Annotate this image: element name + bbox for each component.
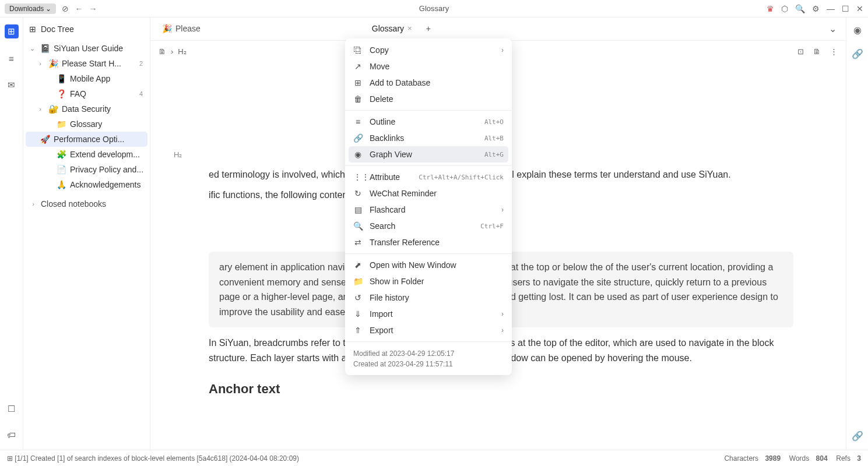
menu-icon: 🗑 [353, 94, 363, 104]
doc-icon[interactable]: 🗎 [159, 47, 166, 56]
menu-item-move[interactable]: ↗Move [345, 58, 512, 75]
menu-label: Flashcard [370, 205, 494, 214]
chevron-down-icon[interactable]: ⌄ [28, 45, 36, 52]
extension-icon[interactable]: ⬡ [781, 4, 788, 13]
menu-icon: ⋮⋮ [353, 172, 363, 182]
tree-item-icon: 🔐 [48, 104, 58, 114]
chevron-right-icon[interactable]: › [36, 60, 44, 67]
tag-icon[interactable]: 🏷 [5, 428, 19, 442]
tab-dropdown-icon[interactable]: ⌄ [829, 23, 837, 34]
crown-icon[interactable]: ♛ [767, 4, 774, 13]
menu-label: Attribute [370, 172, 412, 182]
menu-item-search[interactable]: 🔍SearchCtrl+F [345, 218, 512, 234]
menu-item-add-to-database[interactable]: ⊞Add to Database [345, 75, 512, 91]
menu-icon: ↗ [353, 62, 363, 71]
tree-item-label: Glossary [70, 119, 145, 129]
closed-notebooks[interactable]: › Closed notebooks [23, 192, 150, 216]
menu-item-flashcard[interactable]: ▤Flashcard› [345, 202, 512, 218]
tree-item-icon: 🧩 [56, 150, 66, 159]
maximize-icon[interactable]: ☐ [842, 4, 849, 13]
tree-item[interactable]: ›🎉Please Start H...2 [23, 56, 150, 71]
page-icon[interactable]: 🗎 [813, 47, 821, 56]
graph-icon[interactable]: ◉ [853, 24, 862, 36]
menu-item-wechat-reminder[interactable]: ↻WeChat Reminder [345, 185, 512, 202]
menu-icon: 🔗 [353, 133, 363, 143]
tree-item[interactable]: ❓FAQ4 [23, 86, 150, 101]
tab-icon: 🎉 [162, 24, 172, 33]
sync-off-icon[interactable]: ⊘ [62, 4, 69, 13]
tree-item[interactable]: 🧩Extend developm... [23, 147, 150, 162]
menu-item-graph-view[interactable]: ◉Graph ViewAlt+G [349, 146, 508, 163]
downloads-button[interactable]: Downloads ⌄ [5, 3, 56, 14]
chevron-down-icon: ⌄ [45, 5, 51, 13]
rightbar: ◉ 🔗 🔗 [846, 17, 868, 450]
menu-item-transfer-reference[interactable]: ⇄Transfer Reference [345, 234, 512, 250]
menu-shortcut: Ctrl+F [480, 223, 504, 230]
status-message: [1/1] Created [1] of search indexes of b… [15, 454, 299, 463]
backlinks-icon[interactable]: 🔗 [852, 48, 863, 59]
tree-badge: 4 [137, 90, 145, 97]
tab-please[interactable]: 🎉 Please [155, 17, 208, 40]
tree-item[interactable]: 🚀Performance Opti... [26, 132, 147, 147]
menu-item-delete[interactable]: 🗑Delete [345, 91, 512, 107]
sidebar: ⊞ Doc Tree ⌄ 📓 SiYuan User Guide ›🎉Pleas… [23, 17, 150, 450]
menu-label: Export [370, 326, 494, 335]
menu-item-outline[interactable]: ≡OutlineAlt+O [345, 114, 512, 130]
tree-item[interactable]: 📁Glossary [23, 116, 150, 132]
menu-shortcut: Alt+B [484, 135, 504, 142]
tree-item-label: Please Start H... [62, 59, 133, 68]
tree-item-label: Privacy Policy and... [70, 165, 145, 174]
breadcrumb-h2[interactable]: H₂ [178, 47, 186, 56]
menu-item-import[interactable]: ⇓Import› [345, 306, 512, 322]
menu-item-backlinks[interactable]: 🔗BacklinksAlt+B [345, 130, 512, 146]
minimize-icon[interactable]: — [827, 4, 835, 13]
menu-item-export[interactable]: ⇑Export› [345, 322, 512, 338]
tree-item-label: Acknowledgements [70, 180, 145, 189]
tree-item[interactable]: 📱Mobile App [23, 71, 150, 86]
menu-item-file-history[interactable]: ↺File history [345, 290, 512, 306]
statusbar: ⊞ [1/1] Created [1] of search indexes of… [0, 450, 868, 466]
back-icon[interactable]: ← [75, 4, 83, 13]
titlebar: Downloads ⌄ ⊘ ← → Glossary ♛ ⬡ 🔍 ⚙ — ☐ ✕ [0, 0, 868, 17]
menu-icon: ▤ [353, 205, 363, 214]
plus-icon: + [426, 24, 431, 33]
leftbar: ⊞ ≡ ✉ ☐ 🏷 [0, 17, 23, 450]
sidebar-header: ⊞ Doc Tree [23, 17, 150, 41]
tab-glossary[interactable]: Glossary × [365, 17, 419, 40]
chevron-right-icon: › [501, 326, 504, 334]
menu-label: Backlinks [370, 133, 477, 143]
menu-item-attribute[interactable]: ⋮⋮AttributeCtrl+Alt+A/Shift+Click [345, 169, 512, 185]
menu-icon: ⬈ [353, 260, 363, 270]
menu-label: Transfer Reference [370, 238, 504, 247]
search-icon[interactable]: 🔍 [795, 4, 805, 13]
outline-icon[interactable]: ≡ [5, 51, 19, 65]
forward-icon[interactable]: → [89, 4, 97, 13]
tree-item[interactable]: 🙏Acknowledgements [23, 177, 150, 192]
more-icon[interactable]: ⋮ [830, 47, 838, 56]
link-icon[interactable]: 🔗 [852, 431, 863, 441]
gear-icon[interactable]: ⚙ [812, 4, 820, 13]
menu-icon: 📁 [353, 277, 363, 286]
heading-anchor-text[interactable]: Anchor text [209, 379, 793, 399]
menu-label: Import [370, 309, 494, 319]
menu-label: Copy [370, 45, 494, 55]
doc-tree-icon[interactable]: ⊞ [5, 24, 19, 38]
close-icon[interactable]: × [407, 24, 412, 33]
close-icon[interactable]: ✕ [856, 4, 863, 13]
menu-item-open-with-new-window[interactable]: ⬈Open with New Window [345, 257, 512, 273]
lock-icon[interactable]: ⊡ [797, 47, 804, 56]
menu-label: File history [370, 293, 504, 302]
bookmark-icon[interactable]: ☐ [5, 402, 19, 416]
chevron-right-icon: › [501, 46, 504, 54]
tree-item[interactable]: 📄Privacy Policy and... [23, 162, 150, 177]
inbox-icon[interactable]: ✉ [5, 78, 19, 92]
tree-item-label: Data Security [62, 104, 145, 114]
tree-root[interactable]: ⌄ 📓 SiYuan User Guide [23, 41, 150, 56]
menu-item-show-in-folder[interactable]: 📁Show in Folder [345, 273, 512, 290]
menu-icon: ↻ [353, 189, 363, 198]
chevron-right-icon[interactable]: › [36, 105, 44, 112]
tree-item[interactable]: ›🔐Data Security [23, 101, 150, 116]
menu-item-copy[interactable]: ⿻Copy› [345, 42, 512, 58]
chevron-right-icon: › [501, 206, 504, 214]
new-tab-button[interactable]: + [419, 17, 438, 40]
